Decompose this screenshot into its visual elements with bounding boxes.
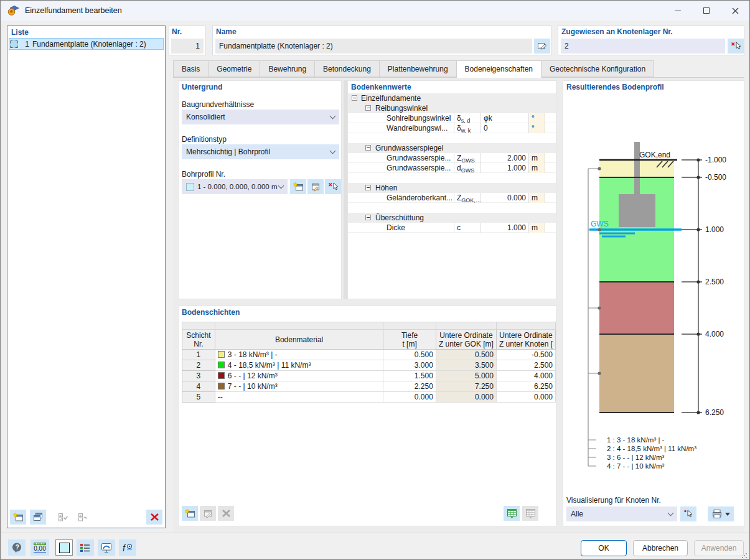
tiefe-cell[interactable]: 1.500 xyxy=(383,371,436,381)
param-value[interactable]: 2.000 xyxy=(480,153,528,163)
ok-button[interactable]: OK xyxy=(581,540,627,556)
tree-param-row[interactable]: Wandreibungswi... δw, k 0 ° xyxy=(348,123,556,133)
pick-cursor-x-icon xyxy=(730,41,741,51)
tree-param-row[interactable]: Geländeroberkant... ZGOK,… 0.000 m xyxy=(348,193,556,203)
layer-3-rect xyxy=(599,282,674,334)
edit-single-foundation-dialog: Einzelfundament bearbeiten Liste 1 Funda… xyxy=(0,0,750,560)
tiefe-cell[interactable]: 0.000 xyxy=(383,392,436,403)
table-row[interactable]: 2 4 - 18,5 kN/m³ | 11 kN/m³ 3.000 3.500 … xyxy=(182,360,556,371)
param-value[interactable]: 0 xyxy=(480,123,528,133)
collapse-icon[interactable] xyxy=(352,95,357,101)
rename-button[interactable] xyxy=(534,39,550,54)
baugrund-select[interactable]: Konsolidiert xyxy=(182,110,339,124)
tree-group-row[interactable]: Reibungswinkel xyxy=(348,103,556,113)
tree-param-row[interactable]: Sohlreibungswinkel δs, d φk ° xyxy=(348,113,556,123)
param-value[interactable]: 0.000 xyxy=(480,193,528,203)
delete-foundation-button[interactable] xyxy=(146,510,162,525)
tree-param-row[interactable]: Grundwasserspie... dGWS 1.000 m xyxy=(348,163,556,173)
print-button[interactable] xyxy=(708,506,734,521)
assigned-nodes-input[interactable]: 2 xyxy=(561,39,725,54)
pick-bohrprofil-button[interactable] xyxy=(325,179,341,194)
delete-layer-button[interactable] xyxy=(218,506,234,521)
tab-bodeneigenschaften[interactable]: Bodeneigenschaften xyxy=(457,60,541,78)
pick-visualisierung-node-button[interactable] xyxy=(680,506,696,521)
tab-geotechnische-konfiguration[interactable]: Geotechnische Konfiguration xyxy=(541,60,654,77)
color-button[interactable] xyxy=(55,539,73,556)
edit-layer-button[interactable] xyxy=(200,506,216,521)
collapse-icon[interactable] xyxy=(365,145,371,151)
resize-grip[interactable] xyxy=(741,552,748,559)
new-foundation-button[interactable] xyxy=(10,510,26,525)
tree-group-row[interactable]: Überschüttung xyxy=(348,213,556,223)
display-properties-icon xyxy=(79,543,91,553)
material-cell[interactable]: -- xyxy=(215,392,383,403)
material-cell[interactable]: 6 - - | 12 kN/m³ xyxy=(215,371,383,381)
list-item[interactable]: 1 Fundamentplatte (Knotenlager : 2) xyxy=(9,38,164,50)
tab-geometrie[interactable]: Geometrie xyxy=(209,60,260,77)
title-bar: Einzelfundament bearbeiten xyxy=(1,1,749,21)
table-row[interactable]: 3 6 - - | 12 kN/m³ 1.500 5.000 4.000 xyxy=(182,371,556,381)
table-export-button[interactable] xyxy=(522,506,538,521)
help-button[interactable]: ? xyxy=(8,539,26,556)
cancel-button[interactable]: Abbrechen xyxy=(633,540,688,556)
tiefe-cell[interactable]: 0.500 xyxy=(383,350,436,360)
tree-root-row[interactable]: Einzelfundamente xyxy=(348,93,556,103)
decimal-places-button[interactable]: 0,00 xyxy=(30,539,49,556)
table-row[interactable]: 5 -- 0.000 0.000 0.000 xyxy=(182,392,556,403)
deftyp-select[interactable]: Mehrschichtig | Bohrprofil xyxy=(182,144,339,159)
material-color-swatch xyxy=(218,383,225,390)
param-value[interactable]: 1.000 xyxy=(480,163,528,173)
baugrund-label: Baugrundverhältnisse xyxy=(182,100,254,109)
monitor-icon xyxy=(100,543,113,553)
param-unit: ° xyxy=(528,113,545,123)
apply-button[interactable]: Anwenden xyxy=(694,540,744,556)
tree-param-row[interactable]: Dicke c 1.000 m xyxy=(348,223,556,233)
tree-param-row[interactable]: Grundwasserspie... ZGWS 2.000 m xyxy=(348,153,556,163)
param-value[interactable]: 1.000 xyxy=(480,223,528,233)
copy-foundation-button[interactable] xyxy=(30,510,46,525)
dialog-footer: ? 0,00 f xyxy=(1,533,749,560)
material-cell[interactable]: 4 - 18,5 kN/m³ | 11 kN/m³ xyxy=(215,360,383,371)
name-input[interactable]: Fundamentplatte (Knotenlager : 2) xyxy=(215,39,532,54)
visualisierung-select[interactable]: Alle xyxy=(566,506,677,521)
maximize-button[interactable] xyxy=(692,1,721,21)
material-cell[interactable]: 3 - 18 kN/m³ | - xyxy=(215,350,383,360)
display-properties-button[interactable] xyxy=(77,539,94,556)
tab-basis[interactable]: Basis xyxy=(173,60,209,77)
param-value[interactable]: φk xyxy=(480,113,528,123)
tiefe-cell[interactable]: 3.000 xyxy=(383,360,436,371)
collapse-icon[interactable] xyxy=(365,105,371,111)
nr-value: 1 xyxy=(171,39,204,54)
tab-plattenbewehrung[interactable]: Plattenbewehrung xyxy=(380,60,457,77)
depth-mark: 2.500 xyxy=(705,278,724,286)
pick-node-button[interactable] xyxy=(728,39,744,54)
close-button[interactable] xyxy=(721,1,749,21)
tree-group-row[interactable]: Höhen xyxy=(348,183,556,193)
collapse-icon[interactable] xyxy=(365,185,371,190)
new-bohrprofil-button[interactable] xyxy=(290,179,306,194)
edit-bohrprofil-button[interactable] xyxy=(307,179,324,194)
gok-cell: 0.500 xyxy=(436,350,496,360)
soil-profile-drawing: GOK,end GWS -1.000 -0.500 1.000 2.500 4.… xyxy=(563,88,745,490)
param-symbol: δs, d xyxy=(454,113,480,123)
material-cell[interactable]: 7 - - | 10 kN/m³ xyxy=(215,381,383,392)
collapse-icon[interactable] xyxy=(365,215,371,220)
foundation-list-panel: Liste 1 Fundamentplatte (Knotenlager : 2… xyxy=(7,26,166,528)
minimize-button[interactable] xyxy=(663,1,692,21)
table-row[interactable]: 1 3 - 18 kN/m³ | - 0.500 0.500 -0.500 xyxy=(182,350,556,360)
tree-group-label: Höhen xyxy=(375,183,397,193)
tree-group-row[interactable]: Grundwasserspiegel xyxy=(348,143,556,153)
tab-betondeckung[interactable]: Betondeckung xyxy=(315,60,380,77)
tiefe-cell[interactable]: 2.250 xyxy=(383,381,436,392)
add-layer-button[interactable] xyxy=(182,506,198,521)
rendering-button[interactable] xyxy=(98,539,115,556)
tree-group-label: Überschüttung xyxy=(375,213,424,223)
list-item-checkbox[interactable] xyxy=(10,40,18,48)
view-function-button[interactable]: f xyxy=(119,539,136,556)
bohrprofil-select[interactable]: 1 - 0.000, 0.000, 0.000 m ... xyxy=(182,179,288,194)
table-row[interactable]: 4 7 - - | 10 kN/m³ 2.250 7.250 6.250 xyxy=(182,381,556,392)
invert-check-button[interactable] xyxy=(75,510,91,525)
excel-export-button[interactable] xyxy=(504,506,520,521)
tab-bewehrung[interactable]: Bewehrung xyxy=(260,60,315,77)
check-all-button[interactable] xyxy=(55,510,71,525)
